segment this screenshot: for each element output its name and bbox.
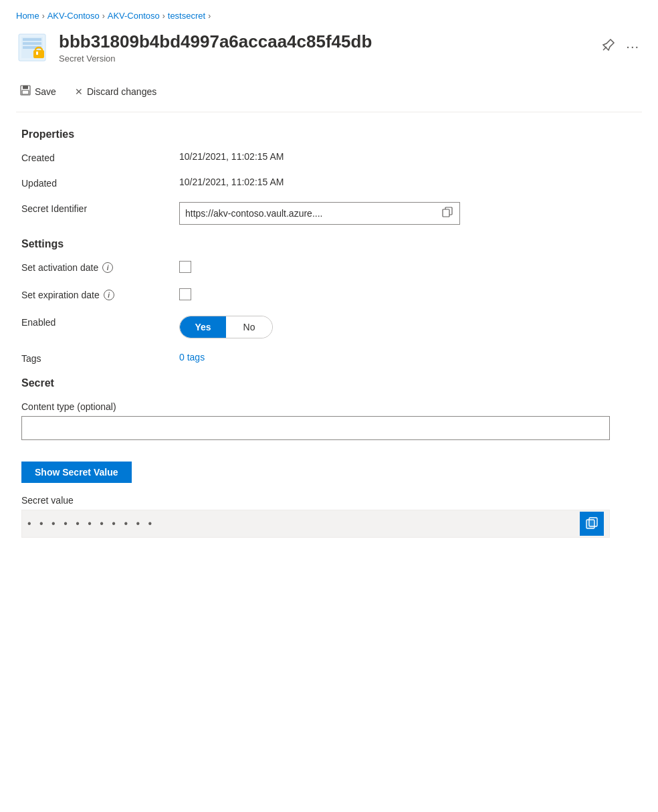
header-actions: ··· (599, 31, 642, 58)
copy-secret-button[interactable] (580, 512, 604, 536)
expiration-row: Set expiration date i (21, 288, 637, 302)
breadcrumb: Home › AKV-Contoso › AKV-Contoso › tests… (16, 11, 642, 21)
content-type-label: Content type (optional) (21, 400, 169, 412)
breadcrumb-akv1[interactable]: AKV-Contoso (47, 11, 100, 21)
page-container: Home › AKV-Contoso › AKV-Contoso › tests… (0, 0, 658, 559)
page-header: bbb31809b4bd4997a6accaa4c85f45db Secret … (16, 31, 642, 64)
activation-info-icon[interactable]: i (102, 262, 113, 273)
breadcrumb-sep-4: › (208, 11, 211, 21)
identifier-text: https://akv-contoso.vault.azure.... (185, 208, 435, 219)
pin-button[interactable] (599, 35, 618, 58)
updated-row: Updated 10/21/2021, 11:02:15 AM (21, 177, 637, 189)
svg-rect-11 (22, 90, 29, 94)
updated-value: 10/21/2021, 11:02:15 AM (179, 177, 637, 187)
activation-checkbox-container (179, 261, 637, 275)
tags-label: Tags (21, 352, 169, 364)
enabled-toggle-container: Yes No (179, 316, 637, 338)
updated-label: Updated (21, 177, 169, 189)
discard-button[interactable]: ✕ Discard changes (71, 84, 160, 100)
svg-line-8 (603, 47, 607, 50)
page-title: bbb31809b4bd4997a6accaa4c85f45db (59, 31, 588, 52)
content-area: Properties Created 10/21/2021, 11:02:15 … (16, 128, 642, 538)
toolbar: Save ✕ Discard changes (16, 77, 642, 112)
settings-section: Settings Set activation date i Set expir… (21, 238, 637, 364)
toggle-yes-button[interactable]: Yes (180, 316, 226, 338)
settings-title: Settings (21, 238, 637, 250)
activation-checkbox[interactable] (179, 261, 191, 273)
breadcrumb-sep-2: › (102, 11, 105, 21)
activation-label: Set activation date i (21, 261, 169, 273)
secret-dots: • • • • • • • • • • • (27, 518, 574, 530)
page-title-block: bbb31809b4bd4997a6accaa4c85f45db Secret … (59, 31, 588, 64)
secret-title: Secret (21, 377, 637, 389)
svg-rect-10 (23, 86, 28, 89)
activation-row: Set activation date i (21, 261, 637, 275)
expiration-info-icon[interactable]: i (104, 290, 114, 300)
identifier-row: Secret Identifier https://akv-contoso.va… (21, 202, 637, 225)
discard-label: Discard changes (87, 86, 156, 97)
discard-icon: ✕ (75, 86, 83, 97)
toggle-no-button[interactable]: No (226, 316, 272, 338)
breadcrumb-akv2[interactable]: AKV-Contoso (108, 11, 160, 21)
tags-link[interactable]: 0 tags (179, 352, 205, 363)
svg-rect-13 (443, 209, 449, 217)
save-button[interactable]: Save (16, 82, 60, 101)
svg-rect-2 (23, 38, 41, 41)
breadcrumb-sep-3: › (162, 11, 165, 21)
expiration-label: Set expiration date i (21, 288, 169, 300)
svg-rect-15 (586, 520, 594, 528)
page-subtitle: Secret Version (59, 54, 588, 64)
created-row: Created 10/21/2021, 11:02:15 AM (21, 151, 637, 163)
show-secret-button[interactable]: Show Secret Value (21, 462, 132, 483)
identifier-label: Secret Identifier (21, 202, 169, 214)
svg-rect-7 (36, 52, 38, 55)
secret-value-section: Secret value • • • • • • • • • • • (21, 494, 637, 538)
more-options-button[interactable]: ··· (623, 36, 642, 57)
expiration-checkbox[interactable] (179, 288, 191, 300)
breadcrumb-testsecret[interactable]: testsecret (168, 11, 205, 21)
identifier-field: https://akv-contoso.vault.azure.... (179, 202, 460, 225)
enabled-row: Enabled Yes No (21, 316, 637, 338)
content-type-input[interactable] (21, 416, 610, 440)
enabled-label: Enabled (21, 316, 169, 328)
expiration-checkbox-container (179, 288, 637, 302)
copy-identifier-button[interactable] (441, 205, 454, 221)
enabled-toggle: Yes No (179, 316, 273, 338)
breadcrumb-sep-1: › (42, 11, 45, 21)
copy-icon (442, 208, 453, 219)
secret-value-container: • • • • • • • • • • • (21, 510, 610, 538)
tags-value: 0 tags (179, 352, 637, 363)
save-label: Save (35, 86, 56, 97)
secret-section: Secret Content type (optional) Show Secr… (21, 377, 637, 538)
created-label: Created (21, 151, 169, 163)
copy-secret-icon (586, 517, 598, 531)
breadcrumb-home[interactable]: Home (16, 11, 39, 21)
tags-row: Tags 0 tags (21, 352, 637, 364)
svg-rect-3 (23, 42, 41, 45)
properties-section: Properties Created 10/21/2021, 11:02:15 … (21, 128, 637, 225)
pin-icon (602, 38, 615, 55)
properties-title: Properties (21, 128, 637, 140)
more-icon: ··· (626, 39, 639, 54)
kv-icon (16, 31, 48, 64)
secret-value-label: Secret value (21, 494, 637, 506)
identifier-value: https://akv-contoso.vault.azure.... (179, 202, 637, 225)
save-icon (20, 85, 31, 98)
created-value: 10/21/2021, 11:02:15 AM (179, 151, 637, 162)
content-type-row: Content type (optional) (21, 400, 637, 440)
